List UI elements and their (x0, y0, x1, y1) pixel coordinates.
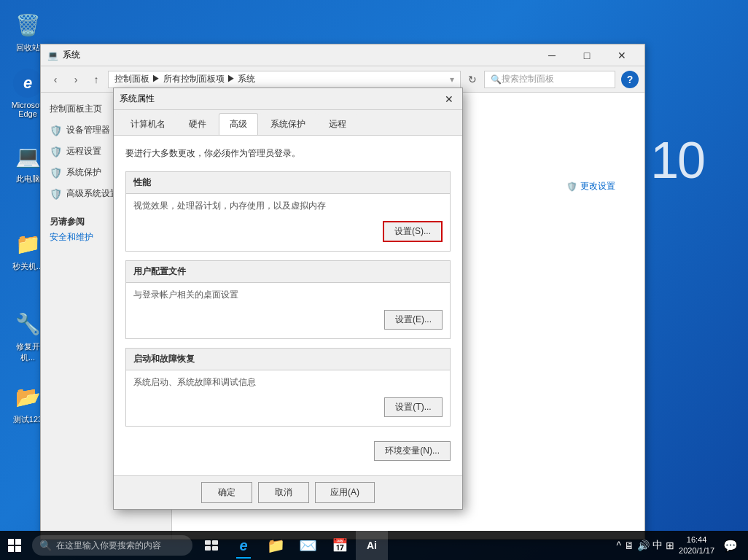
performance-section-desc: 视觉效果，处理器计划，内存使用，以及虚拟内存 (133, 200, 443, 212)
tabs-bar: 计算机名 硬件 高级 系统保护 远程 (114, 110, 462, 136)
tray-icons: ^ 🖥 🔊 中 ⊞ (616, 539, 674, 552)
folder-label: 秒关机... (12, 261, 43, 272)
ok-button[interactable]: 确定 (201, 482, 252, 503)
dialog-footer: 确定 取消 应用(A) (114, 475, 462, 509)
change-settings-text: 更改设置 (580, 180, 615, 192)
help-button[interactable]: ? (621, 71, 639, 88)
user-profiles-section-desc: 与登录帐户相关的桌面设置 (133, 289, 443, 301)
start-button[interactable] (0, 531, 29, 560)
taskbar-pinned: e 📁 ✉️ 📅 Ai (227, 531, 388, 560)
clock-time: 16:44 (679, 534, 714, 545)
dialog-close-button[interactable]: ✕ (442, 92, 456, 106)
shield-icon-remote: 🛡️ (50, 146, 62, 158)
search-box[interactable]: 🔍 搜索控制面板 (484, 71, 615, 88)
notification-button[interactable]: 💬 (719, 534, 742, 557)
edge-icon: e (13, 69, 42, 98)
performance-btn-row: 设置(S)... (133, 218, 443, 245)
clock-date: 2020/1/17 (679, 545, 714, 556)
svg-rect-4 (205, 540, 211, 545)
tab-advanced[interactable]: 高级 (219, 113, 258, 135)
startup-recovery-section-header: 启动和故障恢复 (126, 349, 450, 370)
taskbar: 🔍 在这里输入你要搜索的内容 e 📁 ✉️ 📅 Ai ^ 🖥 (0, 531, 748, 560)
startup-recovery-settings-button[interactable]: 设置(T)... (384, 397, 443, 417)
performance-section: 性能 视觉效果，处理器计划，内存使用，以及虚拟内存 设置(S)... (125, 171, 451, 252)
taskbar-pin-edge[interactable]: e (227, 531, 260, 560)
device-manager-label: 设备管理器 (66, 124, 110, 136)
shield-icon-advanced: 🛡️ (50, 188, 62, 200)
startup-recovery-btn-row: 设置(T)... (133, 394, 443, 420)
taskbar-pin-outlook[interactable]: 📅 (324, 531, 356, 560)
tray-ime[interactable]: 中 (652, 539, 663, 552)
shield-icon-protection: 🛡️ (50, 167, 62, 179)
admin-notice: 要进行大多数更改，你必须作为管理员登录。 (125, 147, 451, 160)
system-properties-dialog: 系统属性 ✕ 计算机名 硬件 高级 系统保护 远程 要进行大多数更改，你必须作为… (113, 88, 463, 510)
tab-remote[interactable]: 远程 (318, 113, 357, 135)
user-profiles-settings-button[interactable]: 设置(E)... (384, 310, 443, 330)
taskbar-search-icon: 🔍 (39, 540, 52, 551)
address-path[interactable]: 控制面板 ▶ 所有控制面板项 ▶ 系统 ▾ (108, 71, 461, 88)
minimize-button[interactable]: ─ (535, 44, 569, 66)
user-profiles-section-body: 与登录帐户相关的桌面设置 设置(E)... (126, 283, 450, 338)
env-variables-button[interactable]: 环境变量(N)... (374, 441, 451, 461)
maximize-button[interactable]: □ (570, 44, 604, 66)
dialog-body: 要进行大多数更改，你必须作为管理员登录。 性能 视觉效果，处理器计划，内存使用，… (114, 136, 462, 475)
test-label: 测试123 (13, 414, 42, 425)
close-button[interactable]: ✕ (605, 44, 639, 66)
home-label: 控制面板主页 (50, 103, 102, 115)
user-profiles-btn-row: 设置(E)... (133, 307, 443, 332)
performance-settings-button[interactable]: 设置(S)... (383, 221, 443, 242)
svg-rect-6 (205, 546, 211, 551)
system-window-controls: ─ □ ✕ (535, 44, 639, 66)
svg-rect-1 (15, 539, 21, 545)
user-profiles-section: 用户配置文件 与登录帐户相关的桌面设置 设置(E)... (125, 260, 451, 339)
search-placeholder-text: 搜索控制面板 (502, 73, 554, 85)
desktop: 🗑️ 回收站 e Microsoft Edge 💻 此电脑 📁 秒关机... 🔧… (0, 0, 748, 560)
startup-recovery-section: 启动和故障恢复 系统启动、系统故障和调试信息 设置(T)... (125, 348, 451, 427)
taskbar-search[interactable]: 🔍 在这里输入你要搜索的内容 (32, 535, 192, 556)
startup-recovery-section-desc: 系统启动、系统故障和调试信息 (133, 376, 443, 389)
taskbar-search-placeholder: 在这里输入你要搜索的内容 (56, 540, 161, 552)
svg-rect-2 (8, 546, 14, 552)
tray-chevron[interactable]: ^ (616, 540, 621, 551)
recycle-bin-icon: 🗑️ (13, 10, 42, 39)
env-btn-row: 环境变量(N)... (125, 435, 451, 464)
computer-label: 此电脑 (16, 174, 40, 184)
tab-computer-name[interactable]: 计算机名 (120, 113, 176, 135)
tab-system-protection[interactable]: 系统保护 (260, 113, 316, 135)
taskbar-pin-ai[interactable]: Ai (356, 531, 388, 560)
dropdown-icon: ▾ (450, 74, 454, 85)
system-window-title: 系统 (63, 49, 80, 61)
task-view-button[interactable] (198, 532, 225, 559)
remote-settings-label: 远程设置 (66, 145, 101, 158)
computer-icon: 💻 (13, 141, 42, 171)
tab-hardware[interactable]: 硬件 (178, 113, 217, 135)
shield-icon-device: 🛡️ (50, 125, 62, 136)
clock[interactable]: 16:44 2020/1/17 (679, 534, 714, 557)
taskbar-pin-explorer[interactable]: 📁 (260, 531, 292, 560)
shield-icon-change: 🛡️ (566, 182, 577, 192)
apply-button[interactable]: 应用(A) (315, 482, 375, 503)
performance-section-body: 视觉效果，处理器计划，内存使用，以及虚拟内存 设置(S)... (126, 194, 450, 251)
svg-rect-7 (212, 546, 218, 551)
tray-keyboard[interactable]: ⊞ (666, 540, 674, 551)
svg-rect-0 (8, 539, 14, 545)
forward-button[interactable]: › (67, 71, 85, 88)
startup-recovery-section-body: 系统启动、系统故障和调试信息 设置(T)... (126, 370, 450, 426)
taskbar-actions (198, 532, 225, 559)
dialog-title-text: 系统属性 (120, 93, 442, 105)
refresh-button[interactable]: ↻ (464, 71, 481, 88)
fix-icon: 🔧 (13, 309, 42, 338)
advanced-settings-label: 高级系统设置 (66, 187, 119, 200)
svg-rect-5 (212, 540, 218, 545)
cancel-button[interactable]: 取消 (258, 482, 309, 503)
system-window-icon: 💻 (47, 50, 58, 61)
dialog-titlebar: 系统属性 ✕ (114, 88, 462, 110)
tray-network[interactable]: 🖥 (624, 540, 634, 551)
taskbar-pin-mail[interactable]: ✉️ (292, 531, 324, 560)
recycle-bin-label: 回收站 (16, 42, 40, 53)
back-button[interactable]: ‹ (47, 71, 64, 88)
up-button[interactable]: ↑ (87, 71, 105, 88)
change-settings-link[interactable]: 🛡️ 更改设置 (566, 180, 615, 192)
performance-section-header: 性能 (126, 172, 450, 194)
tray-volume[interactable]: 🔊 (637, 540, 650, 551)
